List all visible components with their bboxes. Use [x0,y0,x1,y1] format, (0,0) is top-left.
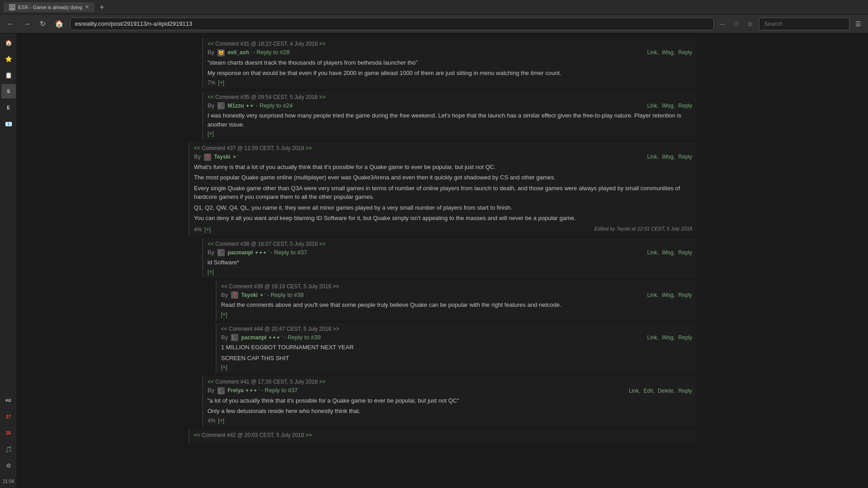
tab-close-button[interactable]: ✕ [85,4,89,10]
comment-41-reply[interactable]: Reply [678,388,692,394]
comment-41-edit[interactable]: Edit [644,388,653,394]
forward-button[interactable]: → [21,18,33,30]
comment-31-author-line: By 🐱 evil_ash ' - Reply to #28 [208,49,290,56]
comment-41-prev[interactable]: << [208,379,214,385]
comment-31-imsg[interactable]: iMsg [662,49,673,56]
comment-39-reply-to[interactable]: - Reply to #38 [267,291,304,298]
back-button[interactable]: ← [5,18,17,30]
comment-41-line-1: "a lot of you actually think that it's p… [208,396,692,405]
comment-31-expand[interactable]: [+] [218,80,224,86]
sidebar-item-star[interactable]: ⭐ [1,52,16,66]
main-content: << Comment #31 @ 18:22 CEST, 4 July 2018… [17,33,868,488]
comment-39-actions: Link, iMsg, Reply [646,292,692,298]
comment-31-reply[interactable]: Reply [678,49,692,56]
comment-44-actions: Link, iMsg, Reply [646,334,692,341]
comment-37-author[interactable]: Tayski [214,154,230,160]
comment-31-author[interactable]: evil_ash [227,49,249,56]
comment-39-reply[interactable]: Reply [678,292,692,298]
comment-31-line-2: My response on that would be that even i… [208,69,692,78]
sidebar-settings-item[interactable]: ⚙ [1,458,16,473]
comment-44-link[interactable]: Link [647,334,657,341]
sidebar-item-list[interactable]: 📋 [1,68,16,82]
sidebar-item-s[interactable]: S [1,84,16,99]
comment-41-reply-to[interactable]: - Reply to #37 [261,387,298,394]
comment-38-imsg[interactable]: iMsg [662,249,673,256]
browser-tab[interactable]: 🎮 ESR - Game is already dying ✕ [4,2,94,12]
comment-37-imsg[interactable]: iMsg [662,154,673,160]
comment-44-reply-to[interactable]: - Reply to #39 [284,334,321,341]
comment-37-header: By ❓ Tayski ✦ ' Link, iMsg, Reply [194,153,692,161]
comment-35-author[interactable]: M1zzu [227,103,244,109]
more-options-button[interactable]: ··· [717,19,727,28]
comment-44-prev[interactable]: << [221,326,227,332]
comment-39: << Comment #39 @ 16:19 CEST, 5 July 2018… [216,281,697,320]
comment-37-prev[interactable]: << [194,145,200,151]
comment-31-next[interactable]: >> [319,41,326,47]
comment-38-author[interactable]: pacmanpl [227,249,253,256]
comment-38-reply[interactable]: Reply [678,249,692,256]
comment-31: << Comment #31 @ 18:22 CEST, 4 July 2018… [202,38,697,89]
comment-37-footer-row: 4% [+] Edited by Tayski at 12:01 CEST, 5… [194,225,692,233]
browser-menu-button[interactable]: ☰ [853,19,863,28]
comment-38-header: By 🏴 pacmanpl ✦✦✦ ' - Reply to #37 Link,… [208,249,692,257]
comment-37-footer: 4% [+] [194,226,211,233]
comment-41-delete[interactable]: Delete [658,388,674,394]
comment-38-next[interactable]: >> [319,241,326,247]
comment-39-imsg[interactable]: iMsg [662,292,673,298]
comment-35-next[interactable]: >> [319,94,326,100]
comment-35-avatar: 🏴 [217,102,225,109]
comment-35-imsg[interactable]: iMsg [662,103,673,109]
comment-37-link[interactable]: Link [647,154,657,160]
comment-41-author[interactable]: Freiya [227,387,243,394]
comment-41-link[interactable]: Link [629,388,639,394]
comment-38-link[interactable]: Link [647,249,657,256]
comment-38-prev[interactable]: << [208,241,214,247]
comment-35-reply[interactable]: Reply [678,103,692,109]
address-bar[interactable] [70,18,714,30]
comment-44-imsg[interactable]: iMsg [662,334,673,341]
comment-31-link[interactable]: Link [647,49,657,56]
comment-44-next[interactable]: >> [333,326,339,332]
star-button[interactable]: ☆ [745,19,755,28]
sidebar-bottom-item[interactable]: 🎵 [1,442,16,456]
comment-39-expand[interactable]: [+] [221,311,227,318]
comment-35-link[interactable]: Link [647,103,657,109]
comment-41-expand[interactable]: [+] [218,418,224,424]
new-tab-button[interactable]: + [97,1,107,13]
search-input[interactable] [759,18,849,30]
comment-44-expand[interactable]: [+] [221,364,227,371]
comment-42-next[interactable]: >> [306,432,312,438]
comment-37-expand[interactable]: [+] [204,226,211,233]
comment-42-prev[interactable]: << [194,432,200,438]
comment-39-link[interactable]: Link [647,292,657,298]
home-button[interactable]: 🏠 [52,18,66,30]
comment-41-avatar: 🏴 [217,387,225,394]
sidebar-item-mail[interactable]: 📧 [1,117,16,131]
comment-39-footer: [+] [221,311,692,318]
comment-38-expand[interactable]: [+] [208,269,214,275]
comment-39-line-1: Read the comments above and you'll see t… [221,300,692,310]
sidebar-item-e[interactable]: E [1,100,16,115]
comment-35-votes: ✦✦' [245,103,256,108]
comment-31-header: By 🐱 evil_ash ' - Reply to #28 Link, iMs… [208,49,692,56]
comment-37-reply[interactable]: Reply [678,154,692,160]
bookmark-button[interactable]: ♡ [731,19,741,28]
comment-35-prev[interactable]: << [208,94,214,100]
comment-37-next[interactable]: >> [306,145,312,151]
comment-44-author[interactable]: pacmanpl [241,334,266,341]
comment-35-reply-to[interactable]: - Reply to #24 [256,102,292,109]
comment-31-prev[interactable]: << [208,41,214,47]
comment-39-author[interactable]: Tayski [241,292,257,298]
comment-39-next[interactable]: >> [333,283,339,290]
comment-44-footer: [+] [221,364,692,371]
comment-44-reply[interactable]: Reply [678,334,692,341]
reload-button[interactable]: ↻ [37,18,48,30]
comment-35-expand[interactable]: [+] [208,131,214,137]
sidebar-item-hj: HJ [1,393,16,408]
comment-31-reply-to[interactable]: - Reply to #28 [253,49,290,56]
sidebar-item-home[interactable]: 🏠 [1,35,16,50]
comment-38-reply-to[interactable]: - Reply to #37 [270,249,307,256]
comment-35-nav: << Comment #35 @ 09:54 CEST, 5 July 2018… [208,94,692,100]
comment-41-next[interactable]: >> [319,379,326,385]
comment-39-prev[interactable]: << [221,283,227,290]
